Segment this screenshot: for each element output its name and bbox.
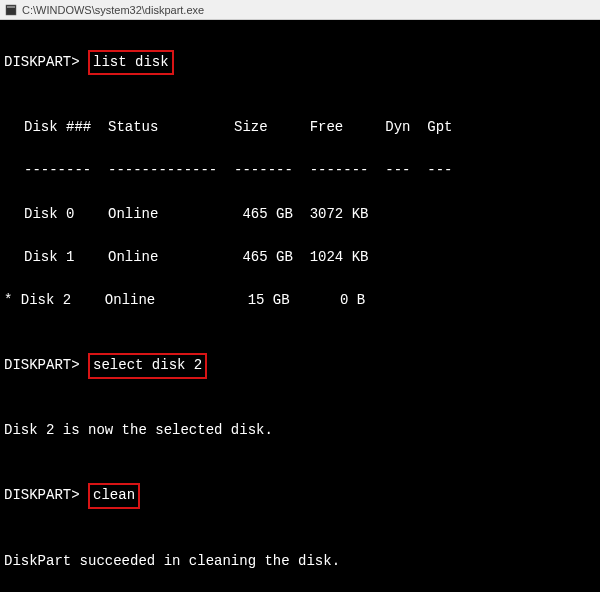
prompt: DISKPART> — [4, 357, 80, 373]
window-title: C:\WINDOWS\system32\diskpart.exe — [22, 4, 204, 16]
prompt: DISKPART> — [4, 487, 80, 503]
disk-row-2-selected-marker: * — [4, 292, 21, 308]
app-icon — [4, 3, 18, 17]
disk-table-divider: -------- ------------- ------- ------- -… — [4, 160, 452, 182]
output-select-msg: Disk 2 is now the selected disk. — [4, 420, 596, 442]
disk-row-0: Disk 0 Online 465 GB 3072 KB — [4, 204, 368, 226]
window-titlebar: C:\WINDOWS\system32\diskpart.exe — [0, 0, 600, 20]
terminal-output[interactable]: DISKPART> list disk Disk ### Status Size… — [0, 20, 600, 592]
command-clean: clean — [88, 483, 140, 509]
output-clean-msg: DiskPart succeeded in cleaning the disk. — [4, 551, 596, 573]
disk-table-header: Disk ### Status Size Free Dyn Gpt — [4, 117, 452, 139]
svg-rect-1 — [7, 6, 15, 8]
command-list-disk: list disk — [88, 50, 174, 76]
prompt: DISKPART> — [4, 54, 80, 70]
disk-row-1: Disk 1 Online 465 GB 1024 KB — [4, 247, 368, 269]
command-select-disk: select disk 2 — [88, 353, 207, 379]
disk-row-2: Disk 2 Online 15 GB 0 B — [21, 292, 365, 308]
